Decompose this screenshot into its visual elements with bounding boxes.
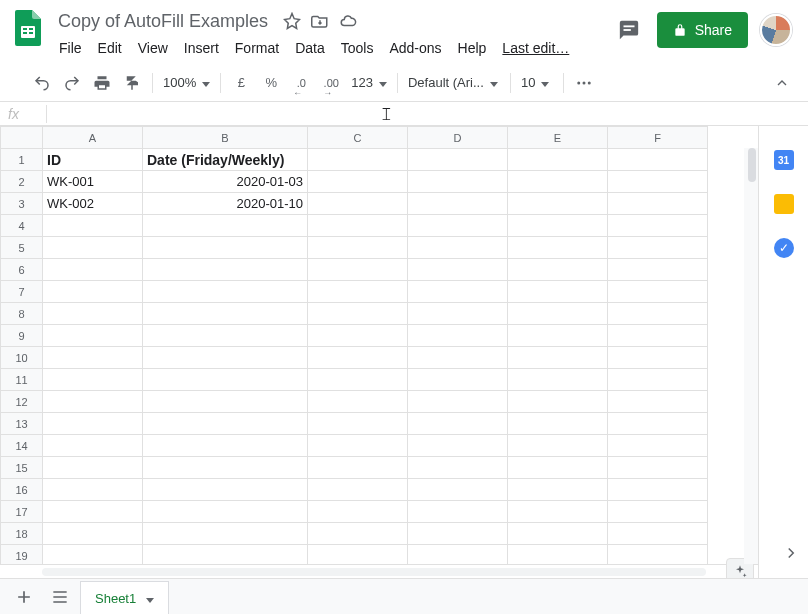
cell[interactable]	[408, 303, 508, 325]
all-sheets-button[interactable]	[44, 581, 76, 613]
cell[interactable]	[308, 501, 408, 523]
cell[interactable]	[408, 281, 508, 303]
cell[interactable]	[508, 193, 608, 215]
number-format-dropdown[interactable]: 123	[347, 69, 391, 97]
cell[interactable]	[608, 413, 708, 435]
cell[interactable]	[508, 413, 608, 435]
cell[interactable]	[43, 501, 143, 523]
font-size-dropdown[interactable]: 10	[517, 69, 557, 97]
cell[interactable]	[308, 347, 408, 369]
cell[interactable]	[43, 413, 143, 435]
cell[interactable]	[508, 347, 608, 369]
row-head[interactable]: 11	[1, 369, 43, 391]
cell-B2[interactable]: 2020-01-03	[143, 171, 308, 193]
cell[interactable]	[608, 325, 708, 347]
cell[interactable]	[143, 391, 308, 413]
select-all-corner[interactable]	[1, 127, 43, 149]
cell[interactable]	[308, 391, 408, 413]
cell[interactable]	[43, 479, 143, 501]
paint-format-button[interactable]	[118, 69, 146, 97]
cell[interactable]	[608, 303, 708, 325]
cell[interactable]	[43, 259, 143, 281]
cell[interactable]	[43, 435, 143, 457]
cell[interactable]	[608, 171, 708, 193]
cell-A3[interactable]: WK-002	[43, 193, 143, 215]
cell[interactable]	[143, 545, 308, 565]
row-head[interactable]: 18	[1, 523, 43, 545]
cell[interactable]	[143, 457, 308, 479]
cell[interactable]	[43, 391, 143, 413]
cell[interactable]	[308, 281, 408, 303]
row-head[interactable]: 16	[1, 479, 43, 501]
cell[interactable]	[508, 237, 608, 259]
menu-file[interactable]: File	[52, 36, 89, 60]
collapse-toolbar-button[interactable]	[768, 69, 796, 97]
cell[interactable]	[308, 413, 408, 435]
cell[interactable]	[308, 215, 408, 237]
account-avatar[interactable]	[760, 14, 792, 46]
row-head[interactable]: 13	[1, 413, 43, 435]
last-edit-link[interactable]: Last edit…	[495, 36, 576, 60]
cell[interactable]	[408, 325, 508, 347]
cell[interactable]	[408, 259, 508, 281]
cell[interactable]	[408, 369, 508, 391]
cell[interactable]	[143, 369, 308, 391]
col-head-d[interactable]: D	[408, 127, 508, 149]
cell[interactable]	[308, 523, 408, 545]
cell[interactable]	[143, 435, 308, 457]
row-head[interactable]: 2	[1, 171, 43, 193]
percent-button[interactable]: %	[257, 69, 285, 97]
cell[interactable]	[508, 501, 608, 523]
cell[interactable]	[608, 237, 708, 259]
cell[interactable]	[408, 545, 508, 565]
cell[interactable]	[508, 369, 608, 391]
cell[interactable]	[508, 545, 608, 565]
row-head[interactable]: 8	[1, 303, 43, 325]
cell[interactable]	[608, 149, 708, 171]
cell[interactable]	[408, 435, 508, 457]
add-sheet-button[interactable]	[8, 581, 40, 613]
row-head[interactable]: 1	[1, 149, 43, 171]
cell[interactable]	[508, 171, 608, 193]
menu-view[interactable]: View	[131, 36, 175, 60]
decrease-decimal-button[interactable]: .0←	[287, 69, 315, 97]
cell[interactable]	[408, 171, 508, 193]
cell[interactable]	[608, 369, 708, 391]
cloud-status-icon[interactable]	[338, 11, 358, 31]
currency-button[interactable]: £	[227, 69, 255, 97]
cell[interactable]	[608, 435, 708, 457]
cell[interactable]	[43, 347, 143, 369]
cell[interactable]	[308, 369, 408, 391]
sheet-tab-menu-icon[interactable]	[142, 591, 154, 606]
horizontal-scrollbar[interactable]	[0, 564, 758, 578]
cell[interactable]	[408, 237, 508, 259]
cell[interactable]	[143, 215, 308, 237]
redo-button[interactable]	[58, 69, 86, 97]
cell[interactable]	[143, 413, 308, 435]
row-head[interactable]: 3	[1, 193, 43, 215]
cell[interactable]	[608, 479, 708, 501]
cell[interactable]	[143, 523, 308, 545]
row-head[interactable]: 10	[1, 347, 43, 369]
cell[interactable]	[43, 215, 143, 237]
cell[interactable]	[43, 303, 143, 325]
cell[interactable]	[408, 347, 508, 369]
cell[interactable]	[608, 281, 708, 303]
cell[interactable]	[308, 435, 408, 457]
cell[interactable]	[508, 149, 608, 171]
cell[interactable]	[308, 193, 408, 215]
cell[interactable]	[608, 259, 708, 281]
row-head[interactable]: 17	[1, 501, 43, 523]
cell[interactable]	[143, 303, 308, 325]
cell[interactable]	[308, 149, 408, 171]
more-toolbar-button[interactable]	[570, 69, 598, 97]
menu-edit[interactable]: Edit	[91, 36, 129, 60]
spreadsheet-grid[interactable]: A B C D E F 1IDDate (Friday/Weekly) 2WK-…	[0, 126, 758, 564]
cell[interactable]	[508, 391, 608, 413]
formula-input[interactable]	[55, 103, 800, 125]
col-head-a[interactable]: A	[43, 127, 143, 149]
cell[interactable]	[308, 259, 408, 281]
col-head-b[interactable]: B	[143, 127, 308, 149]
star-icon[interactable]	[282, 11, 302, 31]
share-button[interactable]: Share	[657, 12, 748, 48]
